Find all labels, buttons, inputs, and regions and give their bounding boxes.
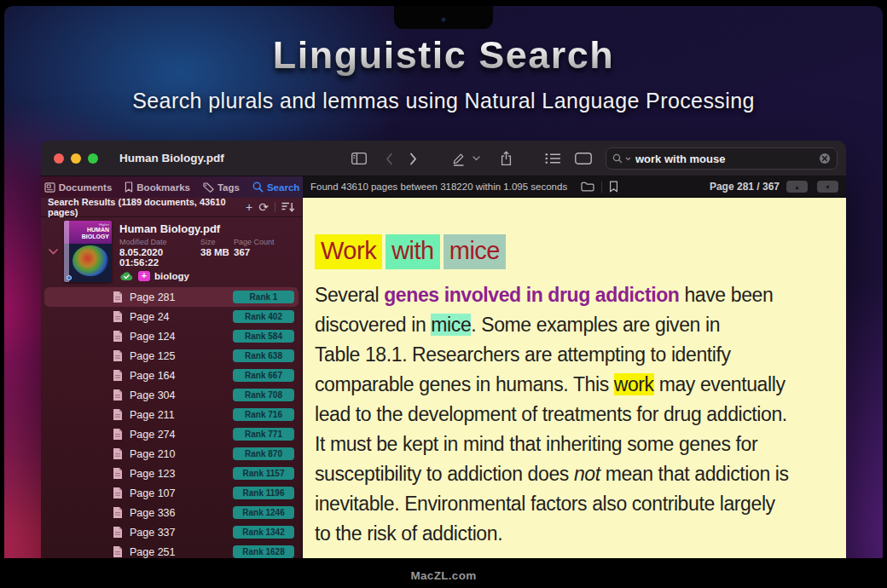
heading-word: Work — [315, 234, 382, 269]
camera-dot — [442, 18, 446, 22]
search-field[interactable] — [606, 147, 838, 170]
hero-subtitle: Search plurals and lemmas using Natural … — [4, 89, 883, 113]
next-page-button[interactable]: ▼ — [817, 181, 838, 193]
modified-date-label: Modified Date — [119, 238, 200, 246]
search-result-row[interactable]: Page 125 Rank 638 — [44, 346, 299, 366]
clear-search-icon[interactable] — [819, 153, 831, 164]
macbook-display: { "hero": { "title": "Linguistic Search"… — [0, 0, 887, 588]
tab-label: Bookmarks — [136, 182, 190, 193]
document-thumbnail: Higher HUMAN BIOLOGY — [64, 221, 112, 282]
header-divider — [275, 202, 275, 212]
minimize-window-button[interactable] — [71, 153, 81, 164]
document-card[interactable]: Higher HUMAN BIOLOGY Human Biology.pdf M… — [41, 217, 302, 285]
forward-icon[interactable] — [409, 153, 417, 165]
back-icon[interactable] — [386, 153, 393, 165]
annotate-icon[interactable] — [451, 152, 466, 166]
bookmark-icon[interactable] — [609, 181, 618, 193]
window-title: Human Biology.pdf — [119, 152, 224, 164]
tag-biology[interactable]: biology — [154, 271, 189, 281]
search-results-summary: Search Results (1189 documents, 43610 pa… — [48, 197, 240, 217]
add-tag-icon[interactable]: + — [138, 271, 150, 281]
bookmarks-icon — [125, 182, 133, 193]
search-result-row[interactable]: Page 337 Rank 1342 — [44, 522, 299, 542]
refresh-icon[interactable]: ⟳ — [258, 201, 269, 213]
search-result-row[interactable]: Page 24 Rank 402 — [44, 307, 299, 326]
single-page-view-icon[interactable] — [575, 153, 592, 164]
paragraph-line: susceptibility to addiction does not mea… — [315, 459, 789, 489]
share-icon[interactable] — [500, 151, 513, 166]
search-results-sidebar: Search Results (1189 documents, 43610 pa… — [41, 198, 303, 558]
rank-badge: Rank 638 — [233, 349, 294, 362]
cloud-synced-icon — [119, 271, 134, 281]
page-label: Page 211 — [130, 409, 175, 421]
status-bar: Found 43610 pages between 318220 within … — [303, 176, 846, 198]
folder-icon[interactable] — [581, 182, 594, 192]
search-result-row[interactable]: Page 210 Rank 870 — [44, 444, 299, 464]
annotate-dropdown-icon[interactable] — [472, 156, 480, 161]
rank-badge: Rank 1628 — [233, 545, 294, 558]
sort-icon[interactable] — [281, 202, 295, 212]
page-label: Page 24 — [130, 311, 170, 323]
page-label: Page 164 — [130, 370, 176, 382]
search-results-header: Search Results (1189 documents, 43610 pa… — [41, 198, 302, 217]
search-result-row[interactable]: Page 164 Rank 667 — [44, 366, 299, 385]
page-document-icon — [113, 545, 123, 558]
search-result-row[interactable]: Page 274 Rank 771 — [44, 424, 299, 444]
rank-badge: Rank 402 — [233, 310, 294, 323]
page-label: Page 274 — [130, 429, 176, 441]
cover-brain-image — [72, 245, 108, 276]
paragraph-line: comparable genes in humans. This work ma… — [315, 370, 789, 400]
page-label: Page 251 — [130, 546, 176, 558]
tab-tags[interactable]: Tags — [203, 182, 240, 193]
close-window-button[interactable] — [54, 153, 64, 164]
paragraph-line: discovered in mice. Some examples are gi… — [315, 310, 789, 340]
rank-badge: Rank 716 — [233, 408, 294, 421]
page-document-icon — [113, 408, 123, 421]
add-search-icon[interactable]: + — [246, 201, 252, 213]
rank-badge: Rank 584 — [233, 330, 294, 343]
cover-title-2: BIOLOGY — [71, 233, 109, 240]
sidebar-toggle-icon[interactable] — [351, 153, 367, 164]
page-document-icon — [113, 330, 123, 343]
modified-date-value: 8.05.2020 01:56:22 — [119, 247, 200, 268]
page-label: Page 107 — [130, 487, 176, 499]
collapse-chevron-icon[interactable] — [49, 249, 58, 255]
window-titlebar: Human Biology.pdf — [41, 141, 846, 176]
search-tab-icon — [252, 182, 264, 193]
search-options-chevron-icon[interactable] — [625, 157, 631, 161]
page-label: Page 123 — [130, 468, 176, 480]
tab-documents[interactable]: Documents — [44, 182, 113, 193]
page-indicator: Page 281 / 367 — [710, 181, 780, 193]
search-result-row[interactable]: Page 281 Rank 1 — [44, 287, 299, 307]
search-result-row[interactable]: Page 251 Rank 1628 — [44, 542, 299, 558]
size-label: Size — [200, 238, 234, 246]
page-document-icon — [113, 487, 123, 499]
zoom-window-button[interactable] — [88, 153, 98, 164]
tab-label: Tags — [217, 182, 240, 193]
search-result-row[interactable]: Page 211 Rank 716 — [44, 405, 299, 424]
search-result-row[interactable]: Page 304 Rank 708 — [44, 385, 299, 405]
pdf-page-view[interactable]: Workwithmice Several genes involved in d… — [303, 198, 846, 558]
page-count-value: 367 — [234, 247, 275, 268]
status-divider — [601, 182, 602, 193]
cover-title-band: Higher HUMAN BIOLOGY — [64, 221, 112, 244]
list-view-icon[interactable] — [545, 153, 561, 164]
documents-icon — [44, 182, 55, 193]
document-info: Human Biology.pdf Modified Date Size Pag… — [119, 222, 275, 281]
tab-bookmarks[interactable]: Bookmarks — [125, 182, 190, 193]
search-icon — [612, 153, 624, 164]
tab-search[interactable]: Search — [252, 182, 299, 193]
traffic-lights — [54, 153, 98, 164]
search-result-row[interactable]: Page 124 Rank 584 — [44, 326, 299, 346]
search-result-row[interactable]: Page 336 Rank 1246 — [44, 503, 299, 522]
search-input[interactable] — [635, 153, 819, 165]
previous-page-button[interactable]: ▲ — [786, 181, 808, 193]
search-result-row[interactable]: Page 107 Rank 1196 — [44, 483, 299, 503]
search-result-summary: Found 43610 pages between 318220 within … — [310, 182, 567, 192]
hero-title: Linguistic Search — [4, 33, 883, 78]
search-result-row[interactable]: Page 123 Rank 1157 — [44, 464, 299, 483]
page-document-icon — [113, 291, 123, 303]
document-name: Human Biology.pdf — [119, 222, 275, 235]
window-main: Search Results (1189 documents, 43610 pa… — [41, 198, 846, 558]
page-document-icon — [113, 506, 123, 519]
